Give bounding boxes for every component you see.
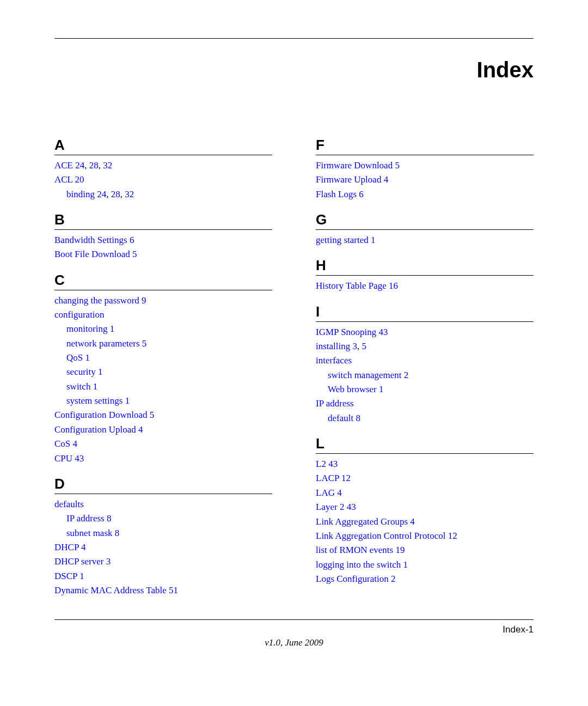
entry-link[interactable]: defaults — [54, 499, 84, 509]
entry-link[interactable]: Link Aggregated Groups 4 — [316, 516, 415, 527]
entry-link[interactable]: getting started 1 — [316, 235, 376, 245]
entry-link[interactable]: network parameters 5 — [66, 338, 146, 349]
entry-link[interactable]: CoS 4 — [54, 439, 77, 449]
letter-heading-g: G — [316, 211, 534, 230]
entry-link[interactable]: binding 24 — [66, 189, 106, 199]
entry-link[interactable]: Web browser 1 — [328, 384, 384, 394]
entry-link[interactable]: default 8 — [328, 413, 360, 423]
letter-heading-i: I — [316, 303, 534, 322]
entry-link[interactable]: ACE 24 — [54, 160, 84, 171]
page-title: Index — [54, 58, 534, 82]
index-entry: changing the password 9 configuration mo… — [54, 294, 272, 466]
index-entry: defaults IP address 8 subnet mask 8 DHCP… — [54, 497, 272, 598]
index-entry: IGMP Snooping 43 installing 3, 5 interfa… — [316, 325, 534, 425]
index-columns: A ACE 24, 28, 32 ACL 20 binding 24, 28, … — [54, 137, 534, 598]
entry-link[interactable]: ACL 20 — [54, 174, 84, 185]
letter-heading-a: A — [54, 137, 272, 155]
letter-heading-d: D — [54, 476, 272, 494]
page-root: Index A ACE 24, 28, 32 ACL 20 binding 24… — [0, 0, 588, 665]
entry-link[interactable]: QoS 1 — [66, 352, 90, 363]
entry-link[interactable]: Dynamic MAC Address Table 51 — [54, 585, 178, 595]
entry-link[interactable]: L2 43 — [316, 459, 338, 469]
entry-link[interactable]: LAG 4 — [316, 488, 342, 498]
entry-link[interactable]: Layer 2 43 — [316, 502, 356, 512]
entry-link[interactable]: system settings 1 — [66, 395, 130, 406]
letter-heading-l: L — [316, 435, 534, 454]
entry-link[interactable]: installing 3 — [316, 341, 357, 351]
entry-link[interactable]: monitoring 1 — [66, 324, 114, 334]
entry-link[interactable]: list of RMON events 19 — [316, 545, 405, 555]
index-entry: ACE 24, 28, 32 ACL 20 binding 24, 28, 32 — [54, 159, 272, 202]
page-footer: Index-1 v1.0, June 2009 — [54, 619, 534, 648]
index-entry: Bandwidth Settings 6 Boot File Download … — [54, 233, 272, 262]
entry-link[interactable]: 32 — [125, 189, 134, 199]
entry-link[interactable]: Boot File Download 5 — [54, 249, 137, 259]
letter-heading-f: F — [316, 137, 534, 155]
entry-link[interactable]: Configuration Upload 4 — [54, 424, 143, 435]
index-entry: getting started 1 — [316, 233, 534, 247]
letter-heading-c: C — [54, 272, 272, 290]
entry-link[interactable]: Configuration Download 5 — [54, 410, 154, 420]
entry-link[interactable]: subnet mask 8 — [66, 528, 119, 538]
entry-link[interactable]: Flash Logs 6 — [316, 189, 364, 199]
entry-link[interactable]: configuration — [54, 309, 105, 320]
entry-link[interactable]: CPU 43 — [54, 453, 84, 464]
entry-link[interactable]: interfaces — [316, 355, 352, 366]
entry-link[interactable]: logging into the switch 1 — [316, 559, 408, 570]
index-entry: L2 43 LACP 12 LAG 4 Layer 2 43 Link Aggr… — [316, 457, 534, 586]
top-rule — [54, 38, 534, 39]
entry-link[interactable]: changing the password 9 — [54, 295, 146, 306]
letter-heading-h: H — [316, 257, 534, 276]
entry-link[interactable]: Firmware Upload 4 — [316, 174, 388, 185]
entry-link[interactable]: security 1 — [66, 367, 103, 377]
entry-link[interactable]: History Table Page 16 — [316, 281, 398, 291]
index-entry: History Table Page 16 — [316, 279, 534, 293]
entry-link[interactable]: Logs Configuration 2 — [316, 574, 395, 584]
left-column: A ACE 24, 28, 32 ACL 20 binding 24, 28, … — [54, 137, 272, 598]
entry-link[interactable]: Firmware Download 5 — [316, 160, 400, 171]
entry-link[interactable]: 32 — [103, 160, 112, 171]
entry-link[interactable]: 28 — [111, 189, 120, 199]
entry-link[interactable]: DHCP server 3 — [54, 556, 111, 567]
footer-page-number: Index-1 — [503, 624, 534, 635]
entry-link[interactable]: IGMP Snooping 43 — [316, 327, 388, 337]
letter-heading-b: B — [54, 211, 272, 230]
entry-link[interactable]: IP address — [316, 398, 354, 409]
entry-link[interactable]: Link Aggregation Control Protocol 12 — [316, 531, 457, 541]
index-entry: Firmware Download 5 Firmware Upload 4 Fl… — [316, 159, 534, 202]
entry-link[interactable]: Bandwidth Settings 6 — [54, 235, 134, 245]
right-column: F Firmware Download 5 Firmware Upload 4 … — [316, 137, 534, 598]
entry-link[interactable]: switch 1 — [66, 381, 97, 392]
entry-link[interactable]: DSCP 1 — [54, 571, 84, 581]
entry-link[interactable]: 5 — [362, 341, 367, 351]
entry-link[interactable]: IP address 8 — [66, 513, 111, 524]
entry-link[interactable]: 28 — [89, 160, 99, 171]
entry-link[interactable]: LACP 12 — [316, 473, 351, 483]
entry-link[interactable]: DHCP 4 — [54, 542, 85, 552]
footer-version: v1.0, June 2009 — [54, 637, 534, 648]
entry-link[interactable]: switch management 2 — [328, 370, 408, 380]
